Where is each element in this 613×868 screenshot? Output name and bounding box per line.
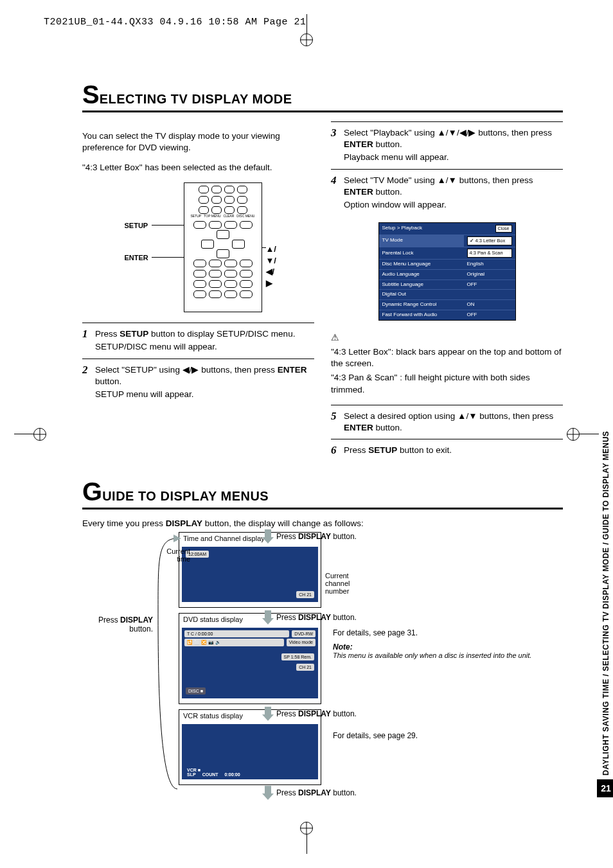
step-number: 3 xyxy=(331,126,340,165)
dvd-osd-line1a: T C / 0:00:00 xyxy=(184,630,289,637)
dvd-details-note: For details, see page 31. Note: This men… xyxy=(333,628,576,659)
dvd-osd-line2a: 🔁 ⬜ 🔀 📷 🔉 xyxy=(184,639,284,646)
section-title-selecting: SELECTING TV DISPLAY MODE xyxy=(82,80,563,112)
steps-right-continued: 5Select a desired option using ▲/▼ butto… xyxy=(331,405,563,462)
vcr-line1: VCR ■ xyxy=(187,768,200,772)
osd-val: English xyxy=(464,260,515,270)
vcr-count: COUNT xyxy=(202,772,218,777)
note-title: Note: xyxy=(333,642,576,651)
steps-right: 3Select "Playback" using ▲/▼/◀/▶ buttons… xyxy=(331,121,563,216)
osd-row: Parental Lock4:3 Pan & Scan xyxy=(379,247,515,259)
dvd-osd-line1b: DVD-RW xyxy=(292,630,315,637)
step-number: 2 xyxy=(82,363,91,402)
dvd-status-block: DVD status display T C / 0:00:00 DVD-RW … xyxy=(179,613,321,704)
osd-val: OFF xyxy=(464,310,515,319)
osd-key: Parental Lock xyxy=(379,247,464,259)
step-line: Select "Playback" using ▲/▼/◀/▶ buttons,… xyxy=(344,127,563,150)
warning-icon: ⚠ xyxy=(331,332,339,342)
time-channel-block: Time and Channel display 12:00AM CH 21 xyxy=(179,532,321,608)
step: 3Select "Playback" using ▲/▼/◀/▶ buttons… xyxy=(331,121,563,169)
page-number: 21 xyxy=(597,779,613,797)
step: 4Select "TV Mode" using ▲/▼ buttons, the… xyxy=(331,169,563,217)
osd-key: Subtitle Language xyxy=(379,279,464,290)
side-tab: DAYLIGHT SAVING TIME / SELECTING TV DISP… xyxy=(599,335,613,797)
osd-val: OFF xyxy=(464,279,515,290)
vcr-details: For details, see page 29. xyxy=(333,731,418,740)
osd-playback-menu: Setup > Playback Close TV Mode4:3 Letter… xyxy=(378,222,516,320)
step-line: Press SETUP button to display SETUP/DISC… xyxy=(95,328,295,340)
osd-row: Subtitle LanguageOFF xyxy=(379,279,515,290)
step-number: 1 xyxy=(82,327,91,354)
remote-diagram: SETUP ENTER ▲/▼/◀/▶ SETUPTOP MENUCLEARDI… xyxy=(125,182,272,311)
press-display-4: Press DISPLAY button. xyxy=(276,788,357,797)
vcr-slp: SLP xyxy=(187,772,196,777)
step-number: 5 xyxy=(331,409,340,435)
steps-left: 1Press SETUP button to display SETUP/DIS… xyxy=(82,323,314,405)
step-body: Select "SETUP" using ◀/▶ buttons, then p… xyxy=(95,363,314,402)
guide-intro: Every time you press DISPLAY button, the… xyxy=(82,518,563,528)
step-number: 4 xyxy=(331,173,340,213)
step-line: Select "SETUP" using ◀/▶ buttons, then p… xyxy=(95,364,314,387)
step: 5Select a desired option using ▲/▼ butto… xyxy=(331,405,563,439)
step: 2Select "SETUP" using ◀/▶ buttons, then … xyxy=(82,359,314,406)
crop-mark-left xyxy=(14,428,46,441)
loop-arrow-icon xyxy=(152,532,184,795)
step-body: Select "Playback" using ▲/▼/◀/▶ buttons,… xyxy=(344,126,563,165)
crop-mark-right xyxy=(567,428,599,441)
step: 6Press SETUP button to exit. xyxy=(331,439,563,462)
osd-key: TV Mode xyxy=(379,235,464,247)
osd-close: Close xyxy=(495,225,512,232)
intro-line-2: "4:3 Letter Box" has been selected as th… xyxy=(82,162,314,173)
step-body: Press SETUP button to display SETUP/DISC… xyxy=(95,327,295,354)
section-title-guide: GUIDE TO DISPLAY MENUS xyxy=(82,477,563,509)
dvd-osd-remaining: SP 1:58 Rem. xyxy=(281,653,314,660)
intro-line-1: You can select the TV display mode to yo… xyxy=(82,130,314,154)
down-arrow-icon-1 xyxy=(262,529,274,544)
prepress-header: T2021UB_01-44.QX33 04.9.16 10:58 AM Page… xyxy=(44,17,306,28)
remote-label-enter: ENTER xyxy=(125,253,148,263)
osd-breadcrumb: Setup > Playback xyxy=(382,225,422,232)
guide-diagram: Press DISPLAY button. Time and Channel d… xyxy=(82,532,563,795)
down-arrow-icon-3 xyxy=(262,707,274,721)
guide-title-rest: UIDE TO DISPLAY MENUS xyxy=(102,489,269,503)
warning-line-2: "4:3 Pan & Scan" : full height picture w… xyxy=(331,372,563,395)
step-line: Press SETUP button to exit. xyxy=(344,445,452,456)
osd-row: Fast Forward with AudioOFF xyxy=(379,310,515,319)
step-line: Playback menu will appear. xyxy=(344,152,563,163)
osd-key: Dynamic Range Control xyxy=(379,300,464,310)
guide-title-big: G xyxy=(82,477,102,506)
dvd-osd-channel: CH 21 xyxy=(296,664,314,671)
osd-key: Fast Forward with Audio xyxy=(379,310,464,319)
warning-line-1: "4:3 Letter Box": black bars appear on t… xyxy=(331,346,563,369)
step-line: SETUP/DISC menu will appear. xyxy=(95,341,295,353)
press-display-3: Press DISPLAY button. xyxy=(276,709,357,718)
step: 1Press SETUP button to display SETUP/DIS… xyxy=(82,323,314,358)
osd-val xyxy=(464,290,515,300)
remote-label-arrows: ▲/▼/◀/▶ xyxy=(266,244,276,288)
current-channel-label: Current channel number xyxy=(325,572,370,595)
dvd-details: For details, see page 31. xyxy=(333,628,576,637)
step-number: 6 xyxy=(331,443,340,458)
dvd-osd-line2b: Video mode xyxy=(287,639,315,646)
remote-label-setup: SETUP xyxy=(125,221,148,231)
step-line: Select "TV Mode" using ▲/▼ buttons, then… xyxy=(344,175,563,198)
vcr-status-block: VCR status display VCR ■ SLP COUNT 0:00:… xyxy=(179,709,321,785)
osd-option: 4:3 Letter Box xyxy=(467,236,512,245)
guide-left-label: Press DISPLAY button. xyxy=(82,616,153,633)
osd-row: Disc Menu LanguageEnglish xyxy=(379,260,515,270)
down-arrow-icon-2 xyxy=(262,610,274,624)
step-body: Press SETUP button to exit. xyxy=(344,443,452,458)
step-body: Select a desired option using ▲/▼ button… xyxy=(344,409,563,435)
osd-val: Original xyxy=(464,269,515,279)
current-channel-value: CH 21 xyxy=(296,591,314,598)
osd-key: Audio Language xyxy=(379,269,464,279)
osd-row: TV Mode4:3 Letter Box xyxy=(379,235,515,247)
press-display-1: Press DISPLAY button. xyxy=(276,532,357,541)
osd-val: 4:3 Letter Box xyxy=(464,235,515,247)
section-title-rest: ELECTING TV DISPLAY MODE xyxy=(100,92,292,106)
osd-val: 4:3 Pan & Scan xyxy=(464,247,515,259)
step-line: Option window will appear. xyxy=(344,199,563,211)
section-title-big: S xyxy=(82,80,100,109)
side-tab-text: DAYLIGHT SAVING TIME / SELECTING TV DISP… xyxy=(601,335,610,779)
step-line: SETUP menu will appear. xyxy=(95,389,314,400)
